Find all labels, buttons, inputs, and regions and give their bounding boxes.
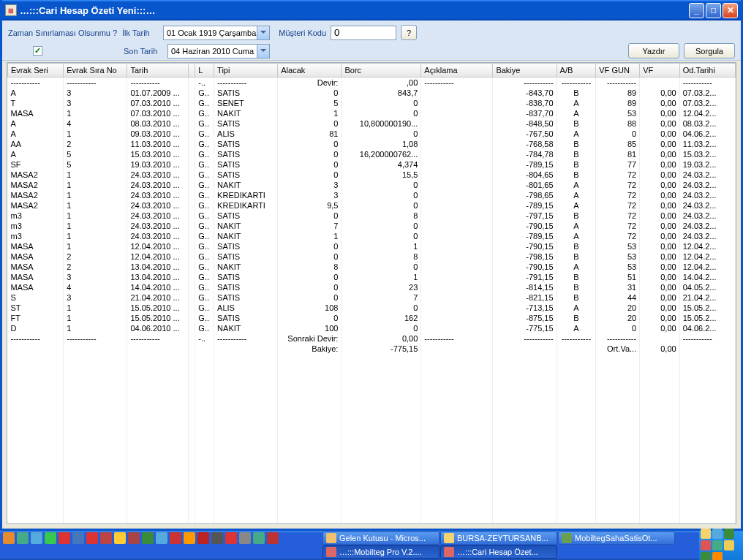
column-header[interactable] [188,64,195,77]
table-row[interactable]: D104.06.2010 ...G..NAKIT1000-775,15A00,0… [8,323,736,333]
quick-launch-icon[interactable] [86,532,98,544]
table-row[interactable]: MASA2124.03.2010 ...G..KREDIKARTI9,50-78… [8,200,736,211]
zaman-checkbox[interactable]: ✓ [33,46,42,56]
quick-launch-icon[interactable] [239,532,251,544]
taskbar-button[interactable]: …:::Cari Hesap Özet... [440,545,557,559]
table-row[interactable]: MASA2124.03.2010 ...G..NAKIT30-801,65A72… [8,180,736,190]
table-row[interactable]: ----------------------------------..----… [8,77,736,88]
column-header[interactable]: Borc [342,64,421,77]
quick-launch-icon[interactable] [142,532,154,544]
quick-launch-icon[interactable] [156,532,167,544]
column-header[interactable]: Bakiye [493,64,557,77]
quick-launch-icon[interactable] [17,532,29,544]
table-row[interactable]: A109.03.2010 ...G..ALIS810-767,50A00,000… [8,129,736,139]
table-row[interactable]: ST115.05.2010 ...G..ALIS1080-713,15A200,… [8,303,736,313]
column-header[interactable]: Evrak Seri [8,64,64,77]
quick-launch-icon[interactable] [170,532,181,544]
quick-launch-icon[interactable] [225,532,237,544]
quick-launch-icon[interactable] [100,532,112,544]
tray-icon[interactable] [724,540,734,550]
table-row[interactable]: MASA313.04.2010 ...G..SATIS01-791,15B510… [8,272,736,282]
yazdir-button[interactable]: Yazdır [628,43,679,58]
quick-launch-icon[interactable] [267,532,279,544]
table-row[interactable] [8,487,736,497]
column-header[interactable]: A/B [557,64,596,77]
column-header[interactable]: VF [640,64,679,77]
table-row[interactable] [8,374,736,385]
table-row[interactable] [8,385,736,395]
quick-launch-icon[interactable] [45,532,56,544]
son-tarih-select[interactable]: 04 Haziran 2010 Cuma [167,44,270,58]
quick-launch-icon[interactable] [114,532,126,544]
column-header[interactable]: Tipi [214,64,278,77]
help-button[interactable]: ? [401,25,417,40]
tray-icon[interactable] [701,552,711,560]
tray-icon[interactable] [701,529,711,539]
table-row[interactable] [8,477,736,487]
table-row[interactable]: Bakiye:-775,15Ort.Va...0,00 [8,344,736,354]
table-row[interactable]: A515.03.2010 ...G..SATIS016,200000762...… [8,149,736,159]
table-row[interactable] [8,507,736,518]
table-row[interactable]: ----------------------------------..----… [8,333,736,344]
table-row[interactable] [8,446,736,456]
column-header[interactable]: Açıklama [421,64,493,77]
table-row[interactable]: MASA213.04.2010 ...G..NAKIT80-790,15A530… [8,262,736,272]
tray-icon[interactable] [724,529,734,539]
table-row[interactable]: A301.07.2009 ...G..SATIS0843,7-843,70B89… [8,88,736,98]
column-header[interactable]: Alacak [278,64,342,77]
table-row[interactable]: S321.04.2010 ...G..SATIS07-821,15B440,00… [8,292,736,303]
table-row[interactable]: FT115.05.2010 ...G..SATIS0162-875,15B200… [8,313,736,323]
table-row[interactable] [8,364,736,374]
taskbar-button[interactable]: MobiltegSahaSatisOt... [558,531,675,545]
taskbar-button[interactable]: BURSA-ZEYTURSANB... [440,531,557,545]
tray-icon[interactable] [712,540,723,550]
table-row[interactable] [8,466,736,477]
maximize-button[interactable]: □ [706,3,721,18]
column-header[interactable]: VF GUN [596,64,640,77]
tray-icon[interactable] [701,540,711,550]
quick-launch-icon[interactable] [184,532,195,544]
taskbar-button[interactable]: …:::Mobilteg Pro V.2.... [323,545,440,559]
column-header[interactable]: Od.Tarihi [679,64,735,77]
quick-launch-icon[interactable] [59,532,70,544]
table-row[interactable]: m3124.03.2010 ...G..NAKIT10-789,15A720,0… [8,231,736,241]
column-header[interactable]: L [195,64,214,77]
table-row[interactable]: m3124.03.2010 ...G..NAKIT70-790,15A720,0… [8,221,736,231]
table-row[interactable]: AA211.03.2010 ...G..SATIS01,08-768,58B85… [8,139,736,149]
table-row[interactable] [8,415,736,425]
titlebar[interactable]: ▦ …:::Cari Hesap Özeti Yeni:::… _ □ ✕ [2,0,741,20]
tray-icon[interactable] [712,552,723,560]
table-row[interactable] [8,405,736,415]
table-row[interactable] [8,354,736,364]
table-row[interactable]: m3124.03.2010 ...G..SATIS08-797,15B720,0… [8,211,736,221]
table-row[interactable] [8,497,736,507]
quick-launch-icon[interactable] [31,532,42,544]
quick-launch-icon[interactable] [128,532,140,544]
table-row[interactable] [8,395,736,405]
table-row[interactable]: MASA414.04.2010 ...G..SATIS023-814,15B31… [8,282,736,292]
column-header[interactable]: Tarih [127,64,188,77]
quick-launch-icon[interactable] [211,532,223,544]
sorgula-button[interactable]: Sorgula [684,43,735,58]
table-row[interactable] [8,518,736,524]
quick-launch-icon[interactable] [253,532,265,544]
musteri-input[interactable] [331,26,396,40]
table-row[interactable]: MASA112.04.2010 ...G..SATIS01-790,15B530… [8,241,736,251]
quick-launch-icon[interactable] [72,532,84,544]
minimize-button[interactable]: _ [689,3,704,18]
close-button[interactable]: ✕ [723,3,738,18]
ilk-tarih-select[interactable]: 01 Ocak 1919 Çarşamba [163,26,270,40]
tray-icon[interactable] [712,529,723,539]
table-row[interactable]: T307.03.2010 ...G..SENET50-838,70A890,00… [8,98,736,108]
table-row[interactable]: MASA212.04.2010 ...G..SATIS08-798,15B530… [8,251,736,262]
table-row[interactable]: A408.03.2010 ...G..SATIS010,800000190...… [8,118,736,129]
table-row[interactable]: MASA107.03.2010 ...G..NAKIT10-837,70A530… [8,108,736,118]
table-row[interactable] [8,425,736,436]
table-row[interactable]: SF519.03.2010 ...G..SATIS04,374-789,15B7… [8,159,736,170]
table-row[interactable] [8,436,736,446]
table-row[interactable]: MASA2124.03.2010 ...G..KREDIKARTI30-798,… [8,190,736,200]
quick-launch-icon[interactable] [197,532,209,544]
table-row[interactable]: MASA2124.03.2010 ...G..SATIS015,5-804,65… [8,170,736,180]
taskbar-button[interactable]: Gelen Kutusu - Micros... [323,531,440,545]
column-header[interactable]: Evrak Sıra No [64,64,127,77]
